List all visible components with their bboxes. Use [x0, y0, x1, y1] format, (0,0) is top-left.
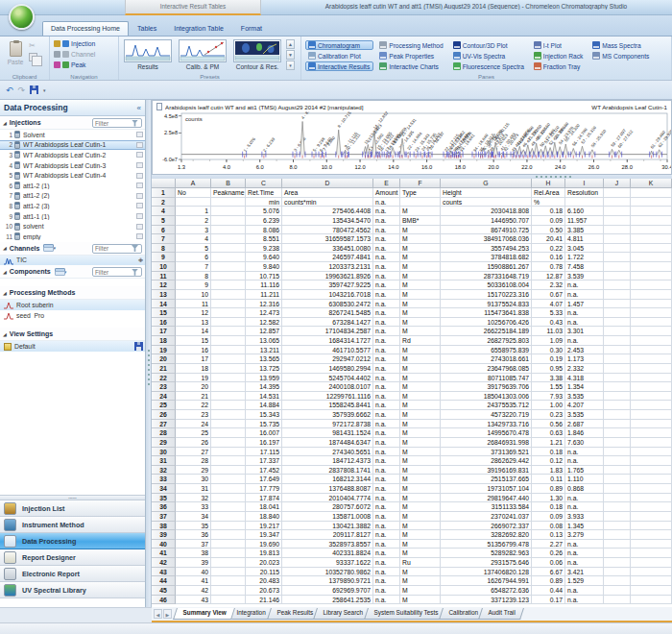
- table-cell[interactable]: [631, 456, 672, 466]
- table-cell[interactable]: [631, 272, 672, 281]
- table-cell[interactable]: counts*min: [282, 198, 373, 207]
- table-cell[interactable]: [211, 198, 246, 207]
- table-cell[interactable]: 0.18: [532, 448, 565, 457]
- table-cell[interactable]: 35: [176, 522, 211, 531]
- ribbon-tab-integration-table[interactable]: Integration Table: [165, 21, 232, 36]
- table-cell[interactable]: 16.007: [246, 428, 282, 438]
- table-row-header[interactable]: 42: [152, 558, 176, 568]
- table-cell[interactable]: 19.347: [246, 530, 282, 540]
- table-row-header[interactable]: 40: [152, 540, 176, 549]
- table-cell[interactable]: Amount: [373, 188, 400, 198]
- table-cell[interactable]: M: [400, 280, 441, 290]
- table-cell[interactable]: [604, 586, 631, 596]
- table-cell[interactable]: [604, 568, 631, 577]
- table-cell[interactable]: M: [400, 596, 441, 605]
- table-cell[interactable]: 0.09: [532, 512, 565, 522]
- table-cell[interactable]: M: [400, 576, 441, 586]
- table-cell[interactable]: 1.83: [532, 466, 565, 476]
- table-cell[interactable]: 32: [176, 494, 211, 503]
- table-cell[interactable]: 1.21: [532, 438, 565, 448]
- table-cell[interactable]: 3.933: [565, 512, 604, 522]
- sheet-tab-scroll-right-icon[interactable]: ▶: [163, 609, 172, 619]
- table-cell[interactable]: Area: [282, 188, 373, 198]
- column-header-J[interactable]: J: [604, 179, 631, 188]
- table-cell[interactable]: M: [400, 428, 441, 438]
- table-cell[interactable]: 2400108.0107: [282, 382, 373, 392]
- table-cell[interactable]: [211, 234, 246, 244]
- table-cell[interactable]: 29: [176, 466, 211, 476]
- table-cell[interactable]: [211, 484, 246, 494]
- table-cell[interactable]: n.a.: [373, 549, 400, 558]
- table-cell[interactable]: 19731057.104: [441, 484, 532, 494]
- table-cell[interactable]: [211, 216, 246, 226]
- table-cell[interactable]: [604, 374, 631, 383]
- table-cell[interactable]: [211, 420, 246, 429]
- filter-box-channels[interactable]: [92, 244, 142, 254]
- table-cell[interactable]: [211, 308, 246, 318]
- table-cell[interactable]: 1.55: [532, 382, 565, 392]
- table-cell[interactable]: [211, 494, 246, 503]
- table-row-header[interactable]: 41: [152, 549, 176, 558]
- table-cell[interactable]: [211, 382, 246, 392]
- table-cell[interactable]: M: [400, 475, 441, 484]
- layers-icon[interactable]: [43, 244, 52, 252]
- table-cell[interactable]: 21.146: [246, 596, 282, 605]
- qat-dropdown-icon[interactable]: ▾: [43, 87, 46, 93]
- table-cell[interactable]: 0.868: [565, 484, 604, 494]
- injection-item-solvent-10[interactable]: 10solvent: [0, 221, 145, 232]
- table-cell[interactable]: 14: [176, 327, 211, 336]
- table-cell[interactable]: 12.87: [532, 272, 565, 281]
- table-cell[interactable]: 135871.0008: [282, 512, 373, 522]
- table-cell[interactable]: [631, 558, 672, 568]
- expand-triangle-icon[interactable]: ◢: [3, 290, 7, 296]
- table-cell[interactable]: 17.115: [246, 448, 282, 457]
- save-view-setting-icon[interactable]: [134, 342, 143, 351]
- table-cell[interactable]: 33: [176, 502, 211, 512]
- table-cell[interactable]: [631, 494, 672, 503]
- table-cell[interactable]: 2010404.7774: [282, 494, 373, 503]
- table-cell[interactable]: [604, 300, 631, 309]
- table-cell[interactable]: n.a.: [373, 596, 400, 605]
- table-cell[interactable]: [604, 336, 631, 346]
- table-cell[interactable]: [604, 549, 631, 558]
- table-cell[interactable]: 0.44: [532, 586, 565, 596]
- table-cell[interactable]: 24: [176, 420, 211, 429]
- table-cell[interactable]: 3282692.820: [441, 530, 532, 540]
- table-cell[interactable]: 17.649: [246, 475, 282, 484]
- table-cell[interactable]: [211, 253, 246, 262]
- table-cell[interactable]: [604, 484, 631, 494]
- table-cell[interactable]: 11.211: [246, 290, 282, 300]
- section-header-channels[interactable]: ◢Channels▾: [0, 242, 145, 256]
- table-cell[interactable]: 3151133.584: [441, 502, 532, 512]
- table-cell[interactable]: n.a.: [373, 401, 400, 410]
- table-cell[interactable]: n.a.: [373, 253, 400, 262]
- table-cell[interactable]: 16: [176, 346, 211, 355]
- table-cell[interactable]: 9.238: [246, 244, 282, 254]
- presets-more-icon[interactable]: ▾: [286, 61, 295, 70]
- table-cell[interactable]: [631, 346, 672, 355]
- pane-toggle-uv-vis-spectra[interactable]: UV-Vis Spectra: [450, 51, 528, 61]
- table-cell[interactable]: [211, 244, 246, 254]
- table-cell[interactable]: 15.343: [246, 410, 282, 420]
- table-cell[interactable]: 17.874: [246, 494, 282, 503]
- table-cell[interactable]: 3.535: [565, 392, 604, 402]
- injection-item-att1-1-1-9[interactable]: 9att1-1 (1): [0, 211, 145, 222]
- pane-toggle-mass-spectra[interactable]: Mass Spectra: [589, 40, 653, 50]
- table-cell[interactable]: [211, 540, 246, 549]
- table-cell[interactable]: 2370241.037: [441, 512, 532, 522]
- table-cell[interactable]: [604, 456, 631, 466]
- table-cell[interactable]: [211, 280, 246, 290]
- table-cell[interactable]: M: [400, 382, 441, 392]
- table-cell[interactable]: 28: [176, 456, 211, 466]
- pane-toggle-injection-rack[interactable]: Injection Rack: [531, 51, 587, 61]
- table-cell[interactable]: 0.22: [532, 244, 565, 254]
- table-cell[interactable]: 4.811: [565, 234, 604, 244]
- table-cell[interactable]: 3.421: [565, 568, 604, 577]
- presets-scroll-down-icon[interactable]: ▼: [286, 50, 295, 60]
- table-cell[interactable]: 0.78: [532, 262, 565, 272]
- table-cell[interactable]: M: [400, 484, 441, 494]
- table-row-header[interactable]: 25: [152, 401, 176, 410]
- injection-item-wt-arabidopsis-leaf-cutin-4-5[interactable]: 5WT Arabidopsis Leaf Cutin-4: [0, 170, 145, 181]
- table-row-header[interactable]: 2: [152, 198, 176, 207]
- table-cell[interactable]: 1684314.1727: [282, 336, 373, 346]
